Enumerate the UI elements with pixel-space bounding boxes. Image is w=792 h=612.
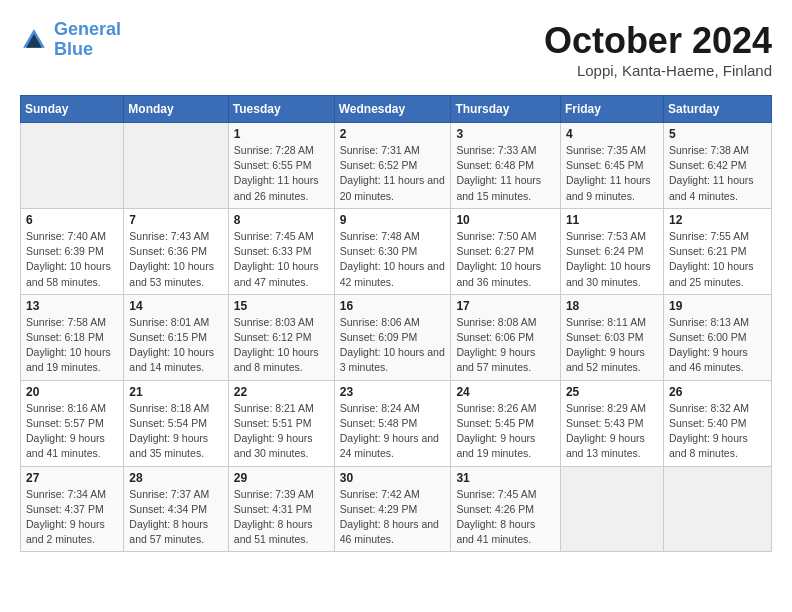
weekday-header: Sunday xyxy=(21,96,124,123)
day-number: 30 xyxy=(340,471,446,485)
day-number: 26 xyxy=(669,385,766,399)
day-number: 15 xyxy=(234,299,329,313)
calendar-cell: 10Sunrise: 7:50 AM Sunset: 6:27 PM Dayli… xyxy=(451,208,561,294)
day-number: 14 xyxy=(129,299,222,313)
day-detail: Sunrise: 8:24 AM Sunset: 5:48 PM Dayligh… xyxy=(340,401,446,462)
day-detail: Sunrise: 8:29 AM Sunset: 5:43 PM Dayligh… xyxy=(566,401,658,462)
calendar-cell: 27Sunrise: 7:34 AM Sunset: 4:37 PM Dayli… xyxy=(21,466,124,552)
calendar-cell: 12Sunrise: 7:55 AM Sunset: 6:21 PM Dayli… xyxy=(663,208,771,294)
calendar-cell: 14Sunrise: 8:01 AM Sunset: 6:15 PM Dayli… xyxy=(124,294,228,380)
calendar-cell: 17Sunrise: 8:08 AM Sunset: 6:06 PM Dayli… xyxy=(451,294,561,380)
calendar-cell: 15Sunrise: 8:03 AM Sunset: 6:12 PM Dayli… xyxy=(228,294,334,380)
calendar-cell: 21Sunrise: 8:18 AM Sunset: 5:54 PM Dayli… xyxy=(124,380,228,466)
location: Loppi, Kanta-Haeme, Finland xyxy=(544,62,772,79)
day-detail: Sunrise: 8:16 AM Sunset: 5:57 PM Dayligh… xyxy=(26,401,118,462)
day-number: 22 xyxy=(234,385,329,399)
day-number: 13 xyxy=(26,299,118,313)
day-detail: Sunrise: 8:08 AM Sunset: 6:06 PM Dayligh… xyxy=(456,315,555,376)
calendar-cell: 25Sunrise: 8:29 AM Sunset: 5:43 PM Dayli… xyxy=(560,380,663,466)
day-number: 24 xyxy=(456,385,555,399)
calendar-cell xyxy=(663,466,771,552)
weekday-header: Tuesday xyxy=(228,96,334,123)
calendar-cell: 13Sunrise: 7:58 AM Sunset: 6:18 PM Dayli… xyxy=(21,294,124,380)
day-detail: Sunrise: 8:32 AM Sunset: 5:40 PM Dayligh… xyxy=(669,401,766,462)
day-detail: Sunrise: 7:53 AM Sunset: 6:24 PM Dayligh… xyxy=(566,229,658,290)
calendar-cell: 8Sunrise: 7:45 AM Sunset: 6:33 PM Daylig… xyxy=(228,208,334,294)
calendar-week-row: 20Sunrise: 8:16 AM Sunset: 5:57 PM Dayli… xyxy=(21,380,772,466)
calendar-cell: 18Sunrise: 8:11 AM Sunset: 6:03 PM Dayli… xyxy=(560,294,663,380)
calendar-week-row: 6Sunrise: 7:40 AM Sunset: 6:39 PM Daylig… xyxy=(21,208,772,294)
title-block: October 2024 Loppi, Kanta-Haeme, Finland xyxy=(544,20,772,79)
day-number: 17 xyxy=(456,299,555,313)
calendar-cell: 2Sunrise: 7:31 AM Sunset: 6:52 PM Daylig… xyxy=(334,123,451,209)
calendar-cell: 22Sunrise: 8:21 AM Sunset: 5:51 PM Dayli… xyxy=(228,380,334,466)
day-number: 1 xyxy=(234,127,329,141)
day-detail: Sunrise: 7:50 AM Sunset: 6:27 PM Dayligh… xyxy=(456,229,555,290)
day-detail: Sunrise: 7:28 AM Sunset: 6:55 PM Dayligh… xyxy=(234,143,329,204)
day-detail: Sunrise: 7:35 AM Sunset: 6:45 PM Dayligh… xyxy=(566,143,658,204)
calendar-week-row: 27Sunrise: 7:34 AM Sunset: 4:37 PM Dayli… xyxy=(21,466,772,552)
day-number: 6 xyxy=(26,213,118,227)
day-detail: Sunrise: 8:26 AM Sunset: 5:45 PM Dayligh… xyxy=(456,401,555,462)
calendar-cell xyxy=(21,123,124,209)
calendar-cell xyxy=(560,466,663,552)
day-number: 31 xyxy=(456,471,555,485)
day-number: 5 xyxy=(669,127,766,141)
calendar-cell: 30Sunrise: 7:42 AM Sunset: 4:29 PM Dayli… xyxy=(334,466,451,552)
month-title: October 2024 xyxy=(544,20,772,62)
day-detail: Sunrise: 7:48 AM Sunset: 6:30 PM Dayligh… xyxy=(340,229,446,290)
day-number: 7 xyxy=(129,213,222,227)
logo-text: General Blue xyxy=(54,20,121,60)
day-detail: Sunrise: 8:13 AM Sunset: 6:00 PM Dayligh… xyxy=(669,315,766,376)
logo-icon xyxy=(20,26,48,54)
page-header: General Blue October 2024 Loppi, Kanta-H… xyxy=(20,20,772,79)
day-number: 23 xyxy=(340,385,446,399)
weekday-header: Monday xyxy=(124,96,228,123)
calendar-cell: 26Sunrise: 8:32 AM Sunset: 5:40 PM Dayli… xyxy=(663,380,771,466)
calendar-cell: 4Sunrise: 7:35 AM Sunset: 6:45 PM Daylig… xyxy=(560,123,663,209)
day-number: 27 xyxy=(26,471,118,485)
calendar-cell: 5Sunrise: 7:38 AM Sunset: 6:42 PM Daylig… xyxy=(663,123,771,209)
calendar-cell: 19Sunrise: 8:13 AM Sunset: 6:00 PM Dayli… xyxy=(663,294,771,380)
day-number: 2 xyxy=(340,127,446,141)
calendar-cell: 20Sunrise: 8:16 AM Sunset: 5:57 PM Dayli… xyxy=(21,380,124,466)
day-detail: Sunrise: 8:01 AM Sunset: 6:15 PM Dayligh… xyxy=(129,315,222,376)
day-detail: Sunrise: 8:03 AM Sunset: 6:12 PM Dayligh… xyxy=(234,315,329,376)
day-number: 4 xyxy=(566,127,658,141)
logo: General Blue xyxy=(20,20,121,60)
day-number: 9 xyxy=(340,213,446,227)
day-detail: Sunrise: 7:58 AM Sunset: 6:18 PM Dayligh… xyxy=(26,315,118,376)
day-detail: Sunrise: 8:06 AM Sunset: 6:09 PM Dayligh… xyxy=(340,315,446,376)
day-number: 21 xyxy=(129,385,222,399)
calendar-cell: 16Sunrise: 8:06 AM Sunset: 6:09 PM Dayli… xyxy=(334,294,451,380)
day-number: 16 xyxy=(340,299,446,313)
calendar-cell: 31Sunrise: 7:45 AM Sunset: 4:26 PM Dayli… xyxy=(451,466,561,552)
weekday-header: Thursday xyxy=(451,96,561,123)
calendar-cell: 24Sunrise: 8:26 AM Sunset: 5:45 PM Dayli… xyxy=(451,380,561,466)
day-number: 11 xyxy=(566,213,658,227)
calendar-cell: 1Sunrise: 7:28 AM Sunset: 6:55 PM Daylig… xyxy=(228,123,334,209)
calendar-cell: 6Sunrise: 7:40 AM Sunset: 6:39 PM Daylig… xyxy=(21,208,124,294)
day-detail: Sunrise: 7:38 AM Sunset: 6:42 PM Dayligh… xyxy=(669,143,766,204)
logo-line1: General xyxy=(54,19,121,39)
calendar-cell: 11Sunrise: 7:53 AM Sunset: 6:24 PM Dayli… xyxy=(560,208,663,294)
calendar-week-row: 1Sunrise: 7:28 AM Sunset: 6:55 PM Daylig… xyxy=(21,123,772,209)
logo-line2: Blue xyxy=(54,39,93,59)
day-detail: Sunrise: 7:34 AM Sunset: 4:37 PM Dayligh… xyxy=(26,487,118,548)
day-number: 18 xyxy=(566,299,658,313)
day-detail: Sunrise: 8:21 AM Sunset: 5:51 PM Dayligh… xyxy=(234,401,329,462)
day-detail: Sunrise: 7:55 AM Sunset: 6:21 PM Dayligh… xyxy=(669,229,766,290)
day-number: 28 xyxy=(129,471,222,485)
day-detail: Sunrise: 7:43 AM Sunset: 6:36 PM Dayligh… xyxy=(129,229,222,290)
calendar-cell: 7Sunrise: 7:43 AM Sunset: 6:36 PM Daylig… xyxy=(124,208,228,294)
day-number: 20 xyxy=(26,385,118,399)
day-detail: Sunrise: 7:37 AM Sunset: 4:34 PM Dayligh… xyxy=(129,487,222,548)
day-detail: Sunrise: 8:18 AM Sunset: 5:54 PM Dayligh… xyxy=(129,401,222,462)
day-number: 12 xyxy=(669,213,766,227)
calendar-cell: 9Sunrise: 7:48 AM Sunset: 6:30 PM Daylig… xyxy=(334,208,451,294)
day-detail: Sunrise: 7:40 AM Sunset: 6:39 PM Dayligh… xyxy=(26,229,118,290)
weekday-header: Wednesday xyxy=(334,96,451,123)
day-detail: Sunrise: 7:39 AM Sunset: 4:31 PM Dayligh… xyxy=(234,487,329,548)
day-number: 29 xyxy=(234,471,329,485)
day-number: 19 xyxy=(669,299,766,313)
